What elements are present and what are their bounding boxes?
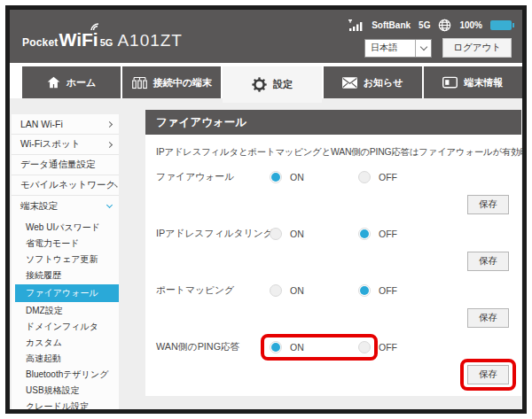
- network-type-label: 5G: [419, 20, 430, 30]
- battery-icon: [490, 20, 512, 30]
- sidebar-item-lan-wifi[interactable]: LAN Wi-Fi: [12, 114, 119, 135]
- setting-port-mapping: ポートマッピング ON OFF 保存: [156, 280, 510, 329]
- carrier-label: SoftBank: [372, 20, 411, 30]
- radio-off[interactable]: [358, 171, 371, 183]
- settings-sidebar: LAN Wi-Fi Wi-Fiスポット データ通信量設定 モバイルネットワーク …: [12, 114, 119, 409]
- tab-device-info[interactable]: 端末情報: [424, 66, 522, 98]
- radio-on-label: ON: [290, 172, 304, 182]
- radio-option-on-annotated: ON: [270, 341, 358, 353]
- mail-icon: [342, 77, 357, 89]
- radio-off-label: OFF: [379, 285, 397, 296]
- chevron-right-icon: [106, 141, 113, 147]
- setting-label: ファイアウォール: [156, 171, 270, 183]
- chevron-down-icon: [106, 201, 113, 207]
- sidebar-subitem-software-update[interactable]: ソフトウェア更新: [12, 252, 119, 267]
- setting-label: IPアドレスフィルタリング: [156, 228, 270, 240]
- radio-option-off: OFF: [358, 228, 447, 240]
- home-icon: [47, 76, 60, 89]
- radio-on[interactable]: [270, 284, 282, 297]
- radio-off-label: OFF: [379, 229, 397, 239]
- sidebar-subitem-connection-history[interactable]: 接続履歴: [12, 268, 119, 283]
- setting-ip-address-filtering: IPアドレスフィルタリング ON OFF 保存: [156, 223, 510, 272]
- radio-option-off: OFF: [358, 341, 447, 353]
- radio-option-off: OFF: [358, 171, 447, 183]
- radio-option-on: ON: [270, 228, 358, 240]
- tab-home[interactable]: ホーム: [22, 66, 121, 98]
- chevron-down-icon: [415, 40, 431, 57]
- radio-off[interactable]: [358, 341, 371, 353]
- sidebar-item-mobile-network[interactable]: モバイルネットワーク: [12, 175, 119, 196]
- logout-button[interactable]: ログアウト: [442, 38, 512, 58]
- radio-on[interactable]: [270, 228, 282, 240]
- tab-label: 端末情報: [464, 76, 503, 89]
- save-button[interactable]: 保存: [467, 195, 509, 214]
- sidebar-subitem-webui-password[interactable]: Web UIパスワード: [12, 221, 119, 235]
- battery-percent-label: 100%: [459, 20, 482, 30]
- save-button-annotated-wrap: 保存: [467, 365, 509, 384]
- tab-label: 接続中の端末: [153, 76, 212, 89]
- sidebar-item-label: データ通信量設定: [20, 159, 96, 171]
- language-select-value: 日本語: [371, 42, 397, 54]
- sidebar-subitem-power-save[interactable]: 省電力モード: [12, 237, 119, 251]
- sidebar-item-data-usage[interactable]: データ通信量設定: [12, 155, 119, 175]
- main-nav: ホーム 接続中の端末 設定 お知らせ 端末情報: [10, 66, 522, 98]
- setting-wan-ping-response: WAN側のPING応答 ON OFF 保存: [156, 337, 510, 385]
- radio-option-on: ON: [270, 284, 358, 297]
- sidebar-subitem-bluetooth-tethering[interactable]: Bluetoothテザリング: [12, 368, 119, 382]
- header-bar: PocketWiFi5GA101ZT SoftBank 5G: [10, 10, 522, 63]
- sidebar-item-label: モバイルネットワーク: [20, 179, 115, 191]
- firewall-panel: ファイアウォール IPアドレスフィルタとポートマッピングとWAN側のPING応答…: [145, 110, 521, 396]
- radio-on[interactable]: [270, 171, 282, 183]
- save-button[interactable]: 保存: [467, 308, 509, 328]
- save-button[interactable]: 保存: [467, 252, 509, 271]
- sidebar-subitem-firewall[interactable]: ファイアウォール: [15, 284, 119, 302]
- brand-logo: PocketWiFi5GA101ZT: [22, 29, 183, 50]
- sidebar-subitem-dmz[interactable]: DMZ設定: [12, 304, 119, 318]
- logo-5g-text: 5G: [100, 37, 113, 48]
- sidebar-item-label: 端末設定: [20, 200, 58, 213]
- language-select[interactable]: 日本語: [364, 39, 432, 58]
- setting-label: WAN側のPING応答: [156, 341, 270, 353]
- logo-model-text: A101ZT: [117, 31, 183, 50]
- device-info-icon: [442, 76, 458, 89]
- firewall-description: IPアドレスフィルタとポートマッピングとWAN側のPING応答はファイアウォール…: [156, 146, 510, 159]
- wifi-wave-icon: [90, 23, 101, 31]
- setting-firewall: ファイアウォール ON OFF 保存: [156, 167, 510, 215]
- sidebar-item-label: LAN Wi-Fi: [20, 119, 63, 129]
- logo-wifi-text: WiFi: [59, 29, 98, 50]
- sidebar-item-device-settings[interactable]: 端末設定: [12, 196, 119, 216]
- save-button[interactable]: 保存: [467, 365, 509, 384]
- radio-off-label: OFF: [379, 172, 397, 182]
- radio-on-label: ON: [290, 285, 304, 296]
- connected-devices-icon: [132, 76, 147, 89]
- radio-option-on: ON: [270, 171, 358, 183]
- sidebar-subitem-fast-boot[interactable]: 高速起動: [12, 352, 119, 366]
- tab-notifications[interactable]: お知らせ: [324, 66, 422, 98]
- content-area: LAN Wi-Fi Wi-Fiスポット データ通信量設定 モバイルネットワーク …: [10, 98, 522, 409]
- radio-on[interactable]: [270, 341, 282, 353]
- app-window: PocketWiFi5GA101ZT SoftBank 5G: [5, 5, 527, 414]
- firewall-settings-form: IPアドレスフィルタとポートマッピングとWAN側のPING応答はファイアウォール…: [145, 135, 521, 396]
- radio-option-off: OFF: [358, 284, 447, 297]
- radio-off-label: OFF: [379, 342, 397, 353]
- gear-icon: [252, 77, 267, 92]
- sidebar-subitem-usb-standard[interactable]: USB規格設定: [12, 384, 119, 398]
- tab-connected-devices[interactable]: 接続中の端末: [122, 66, 221, 98]
- sidebar-item-label: Wi-Fiスポット: [20, 138, 80, 151]
- sidebar-item-wifi-spot[interactable]: Wi-Fiスポット: [12, 135, 119, 155]
- logo-pocket-text: Pocket: [22, 36, 59, 49]
- tab-label: 設定: [273, 78, 293, 91]
- radio-off[interactable]: [358, 284, 371, 297]
- sidebar-subitem-domain-filter[interactable]: ドメインフィルタ: [12, 320, 119, 334]
- sidebar-subitem-custom[interactable]: カスタム: [12, 336, 119, 350]
- setting-label: ポートマッピング: [156, 284, 270, 297]
- sidebar-subitem-cradle[interactable]: クレードル設定: [12, 400, 119, 409]
- tab-label: ホーム: [66, 76, 97, 89]
- radio-on-label: ON: [290, 342, 304, 353]
- device-settings-submenu: Web UIパスワード 省電力モード ソフトウェア更新 接続履歴 ファイアウォー…: [12, 216, 119, 409]
- tab-settings[interactable]: 設定: [223, 66, 321, 103]
- globe-icon: [438, 19, 451, 32]
- page-title: ファイアウォール: [145, 110, 521, 135]
- tab-label: お知らせ: [364, 76, 403, 89]
- radio-off[interactable]: [358, 228, 371, 240]
